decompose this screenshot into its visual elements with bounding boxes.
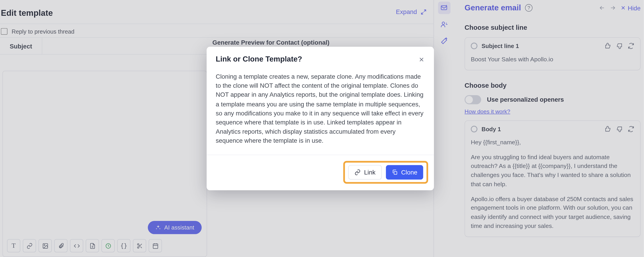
arrow-right-icon <box>610 4 616 11</box>
ai-assistant-button[interactable]: AI assistant <box>148 221 202 234</box>
expand-button[interactable]: Expand <box>396 8 427 15</box>
reply-checkbox-input[interactable] <box>1 28 8 35</box>
subject-section-title: Choose subject line <box>464 24 640 31</box>
nav-back-button[interactable] <box>599 4 606 11</box>
subject1-text: Boost Your Sales with Apollo.io <box>471 55 634 64</box>
svg-point-4 <box>137 247 139 248</box>
right-panel-title: Generate email <box>464 3 521 12</box>
refresh-icon <box>628 43 634 49</box>
variables-button[interactable]: {} <box>117 239 130 253</box>
body1-content: Hey {{first_name}}, Are you struggling t… <box>471 138 634 231</box>
contacts-icon-button[interactable] <box>438 18 450 31</box>
body1-radio[interactable] <box>471 126 477 132</box>
code-icon <box>74 243 80 249</box>
thumbs-up-icon <box>604 126 611 132</box>
personalized-toggle[interactable] <box>464 95 481 104</box>
clone-button[interactable]: Clone <box>386 165 423 179</box>
subject1-title: Subject line 1 <box>482 43 519 49</box>
thumbs-up-button[interactable] <box>604 43 611 49</box>
body-section-title: Choose body <box>464 82 640 89</box>
right-panel-nav: Hide <box>599 4 640 11</box>
reply-thread-checkbox[interactable]: Reply to previous thread <box>1 24 74 35</box>
subject-card-head: Subject line 1 <box>471 43 634 49</box>
braces-icon: {} <box>120 242 127 249</box>
body1-actions <box>604 126 634 132</box>
code-button[interactable] <box>70 239 83 253</box>
personalized-toggle-label: Use personalized openers <box>487 96 564 103</box>
modal-body: Cloning a template creates a new, separa… <box>207 69 434 154</box>
image-button[interactable] <box>38 239 52 253</box>
arrow-left-icon <box>599 4 606 11</box>
body1-p2: Apollo.io offers a buyer database of 250… <box>471 195 634 231</box>
svg-rect-6 <box>441 6 447 10</box>
calendar-button[interactable] <box>149 239 162 253</box>
page-title: Edit template <box>1 8 53 18</box>
mail-sparkle-icon <box>440 4 448 11</box>
close-icon <box>620 5 626 11</box>
thumbs-up-icon <box>604 43 611 49</box>
thumbs-down-icon <box>616 43 622 49</box>
modal-footer: Link Clone <box>207 154 434 190</box>
right-panel-header: Generate email ? Hide <box>464 3 640 12</box>
magic-icon-button[interactable] <box>438 35 450 47</box>
calendar-icon <box>152 243 158 249</box>
expand-label: Expand <box>396 8 417 15</box>
text-icon: T <box>12 242 16 249</box>
help-icon[interactable]: ? <box>525 4 532 11</box>
body-card[interactable]: Body 1 Hey {{first_name}}, Are you strug… <box>464 120 640 237</box>
subject1-actions <box>604 43 634 49</box>
reply-checkbox-label: Reply to previous thread <box>12 28 74 35</box>
body1-p1: Are you struggling to find ideal buyers … <box>471 153 634 189</box>
snippets-button[interactable] <box>133 239 146 253</box>
editor-toolbar: T {} <box>7 239 162 253</box>
body-card-head: Body 1 <box>471 126 634 132</box>
modal-close-button[interactable] <box>418 56 425 63</box>
generate-preview-label: Generate Preview for Contact (optional) <box>212 35 329 46</box>
image-icon <box>42 243 48 249</box>
text-format-button[interactable]: T <box>7 239 20 253</box>
main-header: Edit template Expand <box>0 0 434 24</box>
refresh-button[interactable] <box>628 43 634 49</box>
close-icon <box>418 56 425 63</box>
refresh-icon <box>628 126 634 132</box>
subject-label: Subject <box>0 38 42 54</box>
attachment-icon <box>58 243 64 249</box>
wand-icon <box>440 37 448 45</box>
link-clone-modal: Link or Clone Template? Cloning a templa… <box>207 47 434 190</box>
modal-header: Link or Clone Template? <box>207 47 434 69</box>
subject1-radio[interactable] <box>471 43 477 49</box>
link-button-label: Link <box>364 169 376 176</box>
subject-line-card[interactable]: Subject line 1 Boost Your Sales with Apo… <box>464 37 640 70</box>
refresh-button[interactable] <box>628 126 634 132</box>
doc-icon <box>89 243 96 249</box>
link-icon <box>354 169 361 175</box>
link-button[interactable]: Link <box>348 165 382 179</box>
hide-panel-button[interactable]: Hide <box>620 4 640 11</box>
meeting-icon <box>105 243 111 249</box>
right-panel: Generate email ? Hide Choose subject lin… <box>459 0 644 257</box>
document-button[interactable] <box>86 239 99 253</box>
link-icon <box>26 243 33 249</box>
scissors-icon <box>136 243 143 249</box>
email-body-editor[interactable]: AI assistant T {} <box>2 71 207 257</box>
thumbs-up-button[interactable] <box>604 126 611 132</box>
ai-assistant-label: AI assistant <box>164 224 194 231</box>
meeting-button[interactable] <box>102 239 115 253</box>
sparkle-icon <box>155 225 161 230</box>
action-highlight: Link Clone <box>344 161 428 184</box>
thumbs-down-button[interactable] <box>616 43 622 49</box>
nav-forward-button[interactable] <box>610 4 616 11</box>
hide-label: Hide <box>628 4 640 11</box>
link-button[interactable] <box>23 239 36 253</box>
side-rail <box>438 1 452 47</box>
body1-greeting: Hey {{first_name}}, <box>471 138 634 147</box>
body1-title: Body 1 <box>482 126 501 132</box>
thumbs-down-button[interactable] <box>616 126 622 132</box>
copy-icon <box>392 169 398 175</box>
attachment-button[interactable] <box>54 239 68 253</box>
how-does-it-work-link[interactable]: How does it work? <box>464 108 640 115</box>
contacts-icon <box>440 21 448 28</box>
personalized-toggle-row: Use personalized openers <box>464 95 640 104</box>
mail-ai-icon-button[interactable] <box>438 1 450 14</box>
svg-rect-5 <box>153 244 158 249</box>
